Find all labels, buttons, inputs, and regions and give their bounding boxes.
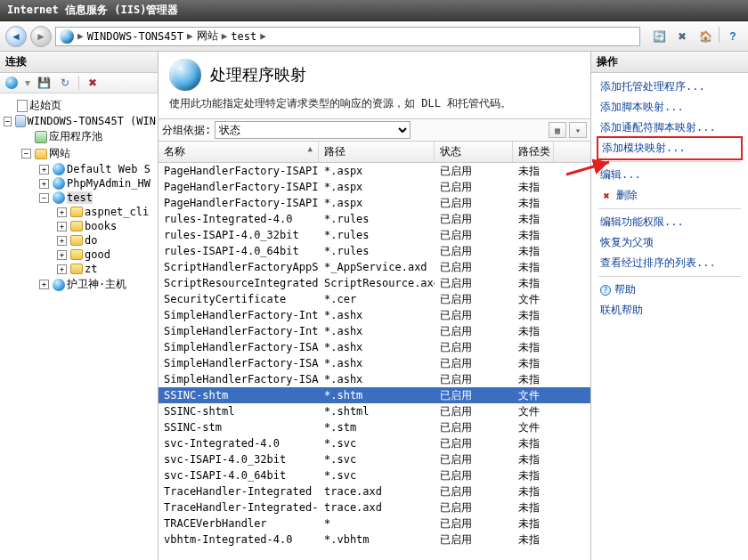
table-row[interactable]: SecurityCertificate*.cer已启用文件 [159,291,590,307]
cell-ptype: 未指 [513,163,554,180]
cell-state: 已启用 [435,435,513,452]
action-edit-feature-permissions[interactable]: 编辑功能权限... [591,212,748,232]
help-icon: ? [600,285,611,296]
delete-conn-icon[interactable]: ✖ [85,75,101,91]
group-select[interactable]: 状态 [215,121,411,139]
connections-toolbar: ▾ 💾 ↻ ✖ [0,73,158,93]
col-path[interactable]: 路径 [319,142,435,162]
expand-icon[interactable]: + [39,179,49,189]
action-help[interactable]: ? 帮助 [591,280,748,300]
table-row[interactable]: svc-ISAPI-4.0_64bit*.svc已启用未指 [159,467,590,483]
action-add-wildcard-map[interactable]: 添加通配符脚本映射... [591,118,748,138]
view-dropdown-icon[interactable]: ▾ [569,122,587,138]
cell-name: SecurityCertificate [159,292,319,306]
connect-icon[interactable] [4,75,20,91]
tree-folder-zt[interactable]: + zt [0,262,158,276]
tree-folder-books[interactable]: + books [0,219,158,233]
collapse-icon[interactable]: − [39,193,49,203]
table-row[interactable]: rules-Integrated-4.0*.rules已启用未指 [159,211,590,227]
expand-icon[interactable]: + [57,264,67,274]
table-row[interactable]: SimpleHandlerFactory-Inte...*.ashx已启用未指 [159,307,590,323]
grid-body[interactable]: PageHandlerFactory-ISAPI-...*.aspx已启用未指P… [159,163,590,560]
handler-mappings-icon [169,59,201,91]
table-row[interactable]: SimpleHandlerFactory-ISAP...*.ashx已启用未指 [159,371,590,387]
crumb-sites[interactable]: 网站 [197,28,218,44]
action-add-managed-handler[interactable]: 添加托管处理程序... [591,77,748,97]
action-view-ordered-list[interactable]: 查看经过排序的列表... [591,253,748,273]
table-row[interactable]: rules-ISAPI-4.0_32bit*.rules已启用未指 [159,227,590,243]
table-row[interactable]: SimpleHandlerFactory-ISAP...*.ashx已启用未指 [159,339,590,355]
tree-host[interactable]: − WINDOWS-TONS45T (WIN [0,114,158,128]
help-icon[interactable]: ? [723,27,743,46]
table-row[interactable]: TraceHandler-Integrated-4.0trace.axd已启用未… [159,499,590,515]
expand-icon[interactable]: + [57,222,67,231]
table-row[interactable]: PageHandlerFactory-ISAPI-...*.aspx已启用未指 [159,195,590,211]
back-button[interactable]: ◄ [5,26,27,47]
cell-path: *.rules [319,212,435,226]
connections-tree[interactable]: 起始页 − WINDOWS-TONS45T (WIN 应用程序池 − 网站 + … [0,93,158,560]
tree-apppools[interactable]: 应用程序池 [0,128,158,145]
action-delete[interactable]: ✖ 删除 [591,185,748,206]
refresh-icon[interactable]: 🔄 [649,27,669,46]
col-pathtype[interactable]: 路径类 [513,142,554,162]
table-row[interactable]: svc-ISAPI-4.0_32bit*.svc已启用未指 [159,451,590,467]
expand-icon[interactable]: + [39,165,49,174]
cell-ptype: 未指 [513,371,554,388]
table-row[interactable]: PageHandlerFactory-ISAPI-...*.aspx已启用未指 [159,163,590,179]
col-name[interactable]: 名称 ▲ [159,142,319,162]
table-row[interactable]: ScriptHandlerFactoryAppSe...*_AppService… [159,259,590,275]
grid-header-row: 名称 ▲ 路径 状态 路径类 [159,142,590,163]
tree-site-phpmyadmin[interactable]: + PhpMyAdmin_HW [0,176,158,191]
tree-folder-good[interactable]: + good [0,248,158,262]
cell-path: *.svc [319,468,435,483]
tree-site-default[interactable]: + Default Web S [0,162,158,176]
table-row[interactable]: SSINC-stm*.stm已启用文件 [159,419,590,435]
view-icon[interactable]: ▦ [549,122,566,138]
table-row[interactable]: ScriptResourceIntegrated-4.0ScriptResour… [159,275,590,291]
crumb-test[interactable]: test [231,30,256,43]
tree-site-hws[interactable]: + 护卫神·主机 [0,276,158,293]
feature-description: 使用此功能指定处理特定请求类型的响应的资源，如 DLL 和托管代码。 [159,94,590,118]
tree-folder-do[interactable]: + do [0,233,158,248]
tree-start-page[interactable]: 起始页 [0,97,158,114]
action-add-module-map[interactable]: 添加模块映射... [597,136,743,160]
table-row[interactable]: TraceHandler-Integratedtrace.axd已启用未指 [159,483,590,499]
cell-path: *.shtm [319,388,435,402]
action-online-help[interactable]: 联机帮助 [591,300,748,321]
home-icon[interactable]: 🏠 [695,27,715,46]
action-revert-to-parent[interactable]: 恢复为父项 [591,232,748,253]
cell-path: ScriptResource.axd [319,276,435,290]
cell-ptype: 未指 [513,532,554,548]
table-row[interactable]: SSINC-shtml*.shtml已启用文件 [159,403,590,419]
expand-icon[interactable]: + [57,250,67,260]
collapse-icon[interactable]: − [21,149,31,158]
tree-sites[interactable]: − 网站 [0,145,158,162]
action-add-script-map[interactable]: 添加脚本映射... [591,97,748,118]
cell-state: 已启用 [435,387,513,404]
table-row[interactable]: PageHandlerFactory-ISAPI-...*.aspx已启用未指 [159,179,590,195]
table-row[interactable]: TRACEVerbHandler*已启用未指 [159,515,590,532]
tree-site-test[interactable]: − test [0,191,158,205]
tree-folder-aspnet[interactable]: + aspnet_cli [0,205,158,219]
crumb-host[interactable]: WINDOWS-TONS45T [87,30,183,43]
action-edit[interactable]: 编辑... [591,165,748,185]
col-state[interactable]: 状态 [435,142,513,162]
table-row[interactable]: SimpleHandlerFactory-ISAP...*.ashx已启用未指 [159,355,590,371]
cell-name: ScriptHandlerFactoryAppSe... [159,260,319,274]
expand-icon[interactable]: + [39,280,49,289]
cell-state: 已启用 [435,499,513,516]
forward-button[interactable]: ► [30,26,52,47]
breadcrumb[interactable]: ▶ WINDOWS-TONS45T ▶ 网站 ▶ test ▶ [55,27,640,46]
expand-icon[interactable]: + [57,207,67,217]
save-icon[interactable]: 💾 [36,75,52,91]
table-row[interactable]: vbhtm-Integrated-4.0*.vbhtm已启用未指 [159,532,590,548]
expand-icon[interactable]: + [57,236,67,246]
refresh-tree-icon[interactable]: ↻ [57,75,73,91]
table-row[interactable]: svc-Integrated-4.0*.svc已启用未指 [159,435,590,451]
collapse-icon[interactable]: − [4,117,12,126]
stop-icon[interactable]: ✖ [672,27,692,46]
table-row[interactable]: SSINC-shtm*.shtm已启用文件 [159,387,590,403]
cell-ptype: 未指 [513,467,554,484]
table-row[interactable]: rules-ISAPI-4.0_64bit*.rules已启用未指 [159,243,590,259]
table-row[interactable]: SimpleHandlerFactory-Inte...*.ashx已启用未指 [159,323,590,339]
